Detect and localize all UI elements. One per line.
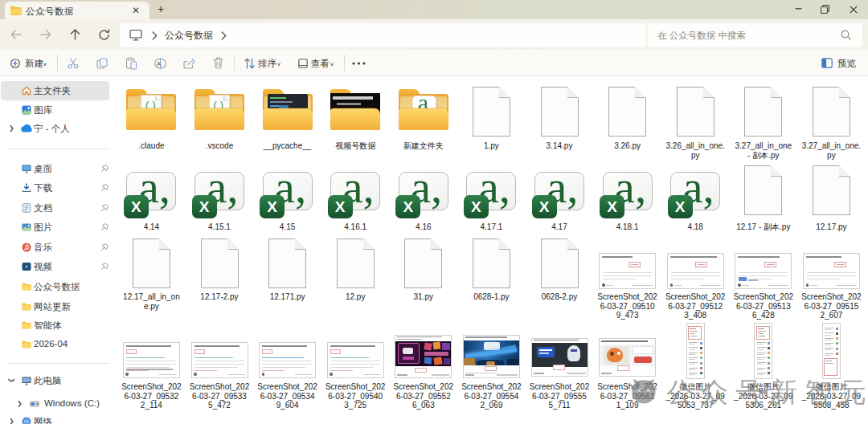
svg-text:A: A [157,60,161,67]
